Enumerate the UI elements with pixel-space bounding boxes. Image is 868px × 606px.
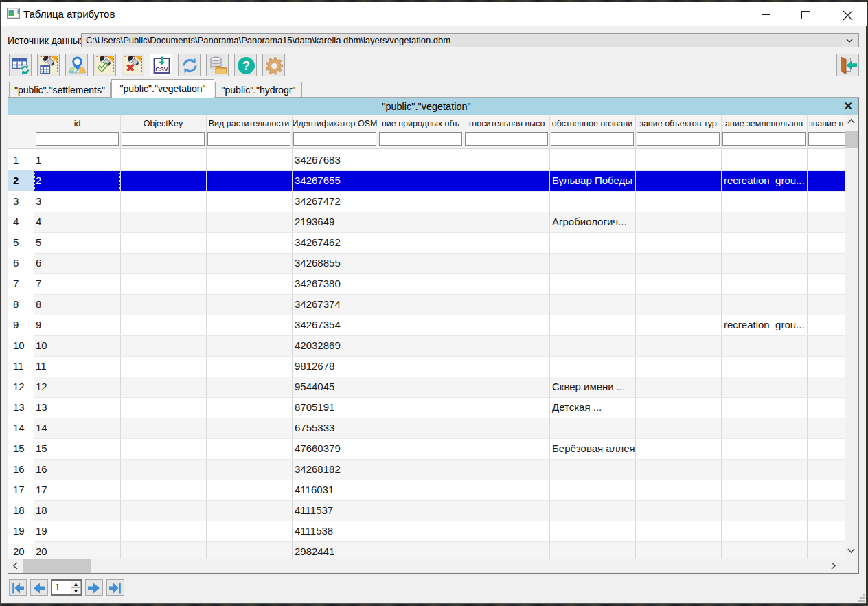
- svg-text:CSV: CSV: [155, 66, 168, 73]
- svg-text:?: ?: [242, 59, 250, 73]
